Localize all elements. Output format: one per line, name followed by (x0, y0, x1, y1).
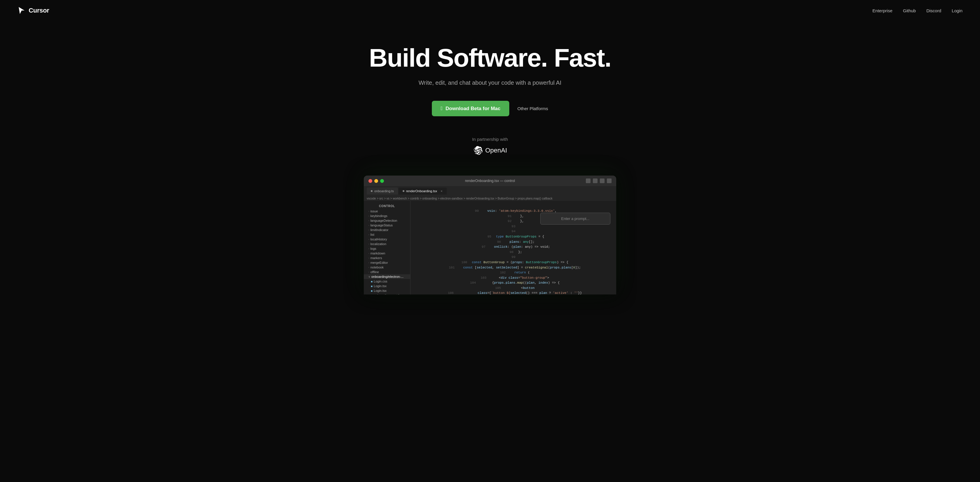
editor-tabs: onboarding.ts renderOnboarding.tsx × (364, 186, 616, 196)
sidebar-item-languageDetection[interactable]: › languageDetection (364, 218, 410, 223)
sidebar-item-login-css[interactable]: ■ Login.css (364, 279, 410, 284)
file-tree-sidebar: CONTROL › issue › keybindings › language… (364, 201, 410, 294)
prompt-overlay[interactable]: Enter a prompt... (540, 213, 610, 224)
partnership-section: In partnership with OpenAI (472, 137, 508, 155)
tab-icon (371, 190, 372, 192)
nav-login[interactable]: Login (952, 8, 963, 13)
prompt-placeholder-text: Enter a prompt... (546, 216, 605, 221)
download-button-label: Download Beta for Mac (445, 106, 501, 111)
cursor-logo-icon (18, 6, 26, 14)
openai-name: OpenAI (485, 146, 507, 154)
layout-icon[interactable] (600, 178, 605, 183)
editor-window-title: renderOnboarding.tsx — control (465, 179, 515, 183)
logo-text: Cursor (29, 7, 49, 14)
sidebar-item-keybindings[interactable]: › keybindings (364, 213, 410, 218)
sidebar-item-list[interactable]: › list (364, 232, 410, 237)
breadcrumb-text: vscode > src > vs > workbench > contrib … (367, 197, 552, 200)
nav-discord[interactable]: Discord (926, 8, 941, 13)
nav-links: Enterprise Github Discord Login (872, 8, 963, 13)
download-button[interactable]:  Download Beta for Mac (432, 101, 509, 116)
nav-enterprise[interactable]: Enterprise (872, 8, 892, 13)
tab-label-active: renderOnboarding.tsx (406, 189, 437, 193)
sidebar-item-issue[interactable]: › issue (364, 209, 410, 213)
code-editor-area[interactable]: 90 vsix: 'atom-keybindings-3.3.0.vsix', … (410, 201, 616, 294)
close-button[interactable] (368, 179, 372, 183)
navbar: Cursor Enterprise Github Discord Login (0, 0, 980, 21)
tab-onboarding[interactable]: onboarding.ts (367, 188, 398, 194)
sidebar-item-offline[interactable]: › offline (364, 270, 410, 274)
hero-headline: Build Software. Fast. (369, 45, 611, 71)
cta-row:  Download Beta for Mac Other Platforms (432, 101, 548, 116)
sidebar-item-limitIndicator[interactable]: › limitIndicator (364, 227, 410, 232)
editor-preview: renderOnboarding.tsx — control onboardin… (364, 175, 616, 294)
svg-marker-0 (19, 7, 25, 14)
editor-body: CONTROL › issue › keybindings › language… (364, 201, 616, 294)
logo-area[interactable]: Cursor (18, 6, 49, 14)
sidebar-item-markers[interactable]: › markers (364, 256, 410, 260)
sidebar-toggle-icon[interactable] (586, 178, 590, 183)
sidebar-item-localization[interactable]: › localization (364, 242, 410, 246)
editor-controls-right (586, 178, 612, 183)
panel-toggle-icon[interactable] (593, 178, 598, 183)
other-platforms-link[interactable]: Other Platforms (517, 106, 548, 111)
partnership-label: In partnership with (472, 137, 508, 142)
openai-logo: OpenAI (473, 146, 507, 155)
hero-subtext: Write, edit, and chat about your code wi… (419, 80, 562, 86)
sidebar-item-mergeEditor[interactable]: › mergeEditor (364, 260, 410, 265)
sidebar-item-notebook[interactable]: › notebook (364, 265, 410, 270)
minimize-button[interactable] (374, 179, 378, 183)
nav-github[interactable]: Github (903, 8, 916, 13)
openai-icon (473, 146, 482, 155)
sidebar-item-languageStatus[interactable]: › languageStatus (364, 223, 410, 227)
sidebar-item-onboarding-contrib[interactable]: ■ onboarding.contrib... (364, 293, 410, 294)
settings-icon[interactable] (607, 178, 612, 183)
sidebar-item-onboarding[interactable]: ∨ onboarding/electron-... (364, 274, 410, 279)
tab-label: onboarding.ts (374, 189, 394, 193)
sidebar-item-login-tsx[interactable]: ■ Login.tsx (364, 284, 410, 288)
tab-render-onboarding[interactable]: renderOnboarding.tsx × (399, 188, 447, 194)
editor-titlebar: renderOnboarding.tsx — control (364, 175, 616, 186)
sidebar-section-title: CONTROL (364, 203, 410, 209)
traffic-lights (368, 179, 384, 183)
sidebar-item-markdown[interactable]: › markdown (364, 251, 410, 256)
apple-icon:  (441, 105, 443, 111)
hero-section: Build Software. Fast. Write, edit, and c… (0, 21, 980, 312)
sidebar-item-login-tsx2[interactable]: ■ Login.tsx (364, 288, 410, 293)
sidebar-item-logs[interactable]: › logs (364, 246, 410, 251)
tab-icon (402, 190, 404, 192)
sidebar-item-localHistory[interactable]: › localHistory (364, 237, 410, 242)
maximize-button[interactable] (380, 179, 384, 183)
breadcrumb: vscode > src > vs > workbench > contrib … (364, 196, 616, 201)
